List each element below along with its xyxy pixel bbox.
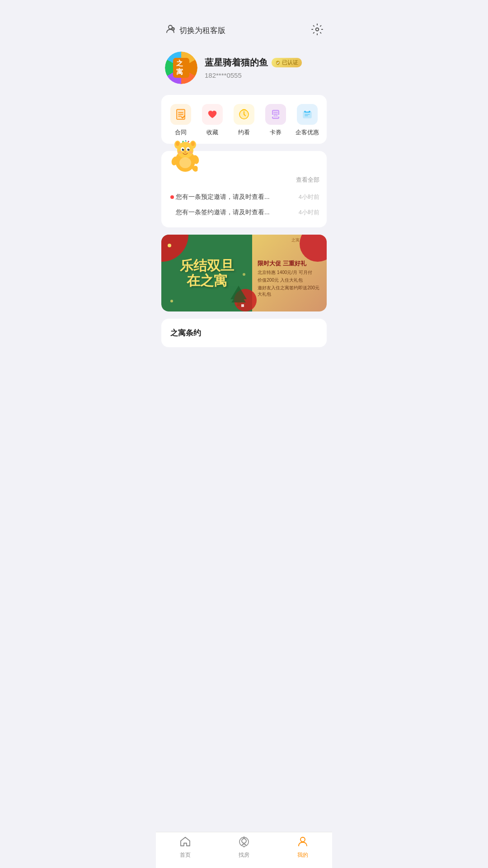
appointment-label: 约看 bbox=[238, 128, 250, 137]
avatar-text: 之寓 bbox=[173, 58, 189, 78]
promo-item3: 邀好友入住之寓签约即送200元大礼包 bbox=[258, 285, 321, 297]
svg-point-37 bbox=[184, 151, 186, 153]
profile-section: 之寓 蓝星骑着猫的鱼 已认证 182****0555 bbox=[156, 44, 332, 95]
action-contract[interactable]: 合同 bbox=[167, 104, 194, 137]
mine-icon bbox=[297, 836, 309, 849]
status-bar bbox=[156, 0, 332, 20]
svg-point-35 bbox=[183, 148, 184, 149]
action-favorite[interactable]: 收藏 bbox=[199, 104, 226, 137]
svg-rect-19 bbox=[303, 112, 311, 118]
home-icon bbox=[179, 836, 191, 849]
tab-find-label: 找房 bbox=[239, 851, 249, 859]
tab-home-label: 首页 bbox=[180, 851, 191, 859]
promo-item1: 北京特惠 1400元/月 可月付 bbox=[258, 269, 321, 276]
svg-point-30 bbox=[191, 142, 195, 146]
contract-icon bbox=[170, 104, 191, 125]
banner-section[interactable]: 乐结双旦 在之寓 之寓 | 美好学府家 限时大促 三重好礼 北京特惠 1400元… bbox=[161, 235, 327, 311]
coupon-icon bbox=[265, 104, 286, 125]
notification-text-1: 您有一条签约邀请，请及时查看... bbox=[176, 208, 270, 217]
profile-name-row: 蓝星骑着猫的鱼 已认证 bbox=[205, 57, 323, 69]
svg-rect-45 bbox=[237, 302, 240, 306]
profile-phone: 182****0555 bbox=[205, 71, 323, 79]
coupon-label: 卡券 bbox=[270, 128, 282, 137]
notification-item-1[interactable]: 您有一条签约邀请，请及时查看... 4小时前 bbox=[176, 205, 319, 220]
action-appointment[interactable]: 约看 bbox=[230, 104, 258, 137]
banner-title-line2: 在之寓 bbox=[180, 273, 234, 288]
banner: 乐结双旦 在之寓 之寓 | 美好学府家 限时大促 三重好礼 北京特惠 1400元… bbox=[161, 235, 327, 311]
notification-time-0: 4小时前 bbox=[299, 193, 319, 201]
favorite-label: 收藏 bbox=[206, 128, 218, 137]
switch-icon bbox=[165, 24, 176, 37]
view-all-button[interactable]: 查看全部 bbox=[296, 176, 319, 184]
pact-title: 之寓条约 bbox=[170, 328, 318, 338]
header: 切换为租客版 bbox=[156, 20, 332, 44]
notification-time-1: 4小时前 bbox=[299, 208, 319, 217]
svg-point-39 bbox=[189, 151, 192, 154]
switch-tenant-row[interactable]: 切换为租客版 bbox=[165, 24, 225, 37]
tab-home[interactable]: 首页 bbox=[156, 836, 215, 859]
notification-text-0: 您有一条预定邀请，请及时查看... bbox=[176, 193, 270, 201]
profile-info: 蓝星骑着猫的鱼 已认证 182****0555 bbox=[205, 57, 323, 79]
svg-point-29 bbox=[176, 142, 179, 146]
find-icon bbox=[238, 836, 250, 849]
svg-point-42 bbox=[179, 157, 191, 168]
svg-point-49 bbox=[300, 837, 305, 842]
quick-actions-grid: 合同 收藏 约看 bbox=[165, 104, 323, 137]
banner-title-line1: 乐结双旦 bbox=[180, 258, 234, 273]
svg-point-38 bbox=[178, 151, 182, 154]
enterprise-icon bbox=[297, 104, 318, 125]
profile-name: 蓝星骑着猫的鱼 bbox=[205, 57, 268, 69]
svg-point-17 bbox=[272, 115, 273, 117]
pact-section: 之寓条约 bbox=[161, 319, 327, 347]
promo-item2: 价值200元 入住大礼包 bbox=[258, 277, 321, 283]
tab-mine[interactable]: 我的 bbox=[273, 836, 332, 859]
verified-badge: 已认证 bbox=[272, 58, 302, 67]
favorite-icon bbox=[202, 104, 223, 125]
appointment-icon bbox=[234, 104, 254, 125]
svg-point-2 bbox=[316, 28, 319, 31]
banner-right: 之寓 | 美好学府家 限时大促 三重好礼 北京特惠 1400元/月 可月付 价值… bbox=[252, 235, 327, 311]
avatar[interactable]: 之寓 bbox=[165, 52, 197, 84]
verified-label: 已认证 bbox=[282, 59, 298, 66]
banner-left: 乐结双旦 在之寓 bbox=[161, 235, 252, 311]
settings-button[interactable] bbox=[311, 24, 323, 37]
mascot bbox=[165, 135, 206, 175]
promo-title: 限时大促 三重好礼 bbox=[258, 259, 321, 268]
notification-dot bbox=[170, 195, 174, 199]
action-coupon[interactable]: 卡券 bbox=[262, 104, 289, 137]
notification-item-0[interactable]: 您有一条预定邀请，请及时查看... 4小时前 bbox=[176, 189, 319, 205]
svg-point-46 bbox=[242, 839, 246, 843]
tab-bar: 首页 找房 我的 bbox=[156, 832, 332, 868]
svg-rect-22 bbox=[305, 112, 310, 113]
svg-point-18 bbox=[278, 115, 280, 117]
notification-header: 查看全部 bbox=[169, 176, 319, 184]
tab-find[interactable]: 找房 bbox=[215, 836, 273, 859]
notification-section: 查看全部 您有一条预定邀请，请及时查看... 4小时前 您有一条签约邀请，请及时… bbox=[161, 151, 327, 227]
enterprise-label: 企客优惠 bbox=[296, 128, 319, 137]
action-enterprise[interactable]: 企客优惠 bbox=[294, 104, 321, 137]
svg-point-36 bbox=[188, 148, 189, 149]
switch-label: 切换为租客版 bbox=[179, 25, 225, 36]
tab-mine-label: 我的 bbox=[297, 851, 308, 859]
